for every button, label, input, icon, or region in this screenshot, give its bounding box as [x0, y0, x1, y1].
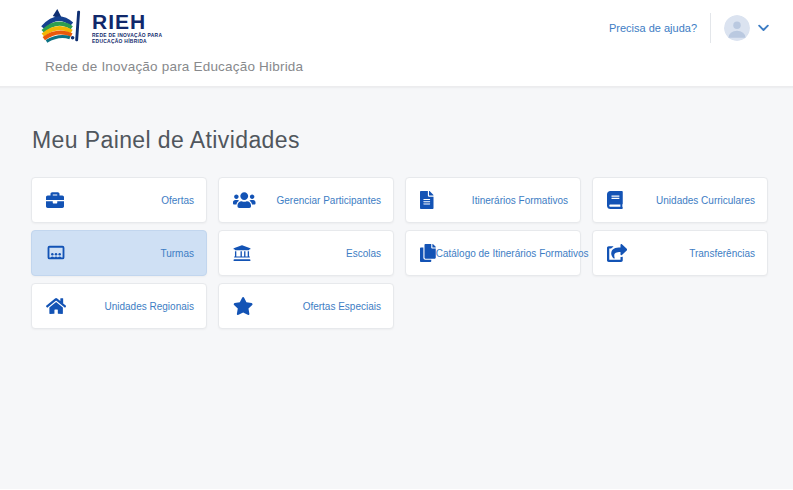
help-link[interactable]: Precisa de ajuda?: [609, 22, 697, 34]
card-label: Turmas: [160, 248, 194, 259]
topbar: RIEH REDE DE INOVAÇÃO PARA EDUCAÇÃO HÍBR…: [0, 0, 793, 56]
card-label: Unidades Curriculares: [656, 195, 755, 206]
card-gerenciar-participantes[interactable]: Gerenciar Participantes: [218, 177, 394, 223]
card-transferencias[interactable]: Transferências: [592, 230, 768, 276]
main-content: Meu Painel de Atividades OfertasGerencia…: [0, 86, 793, 489]
card-label: Itinerários Formativos: [472, 195, 568, 206]
cards-grid: OfertasGerenciar ParticipantesItinerário…: [31, 177, 768, 329]
card-label: Catálogo de Itinerários Formativos: [436, 248, 589, 259]
logo-tagline-1: REDE DE INOVAÇÃO PARA: [92, 34, 162, 39]
card-label: Escolas: [346, 248, 381, 259]
card-label: Ofertas Especiais: [303, 301, 381, 312]
card-label: Unidades Regionais: [104, 301, 194, 312]
page-title: Meu Painel de Atividades: [31, 87, 768, 177]
card-label: Transferências: [689, 248, 755, 259]
card-escolas[interactable]: Escolas: [218, 230, 394, 276]
logo-title: RIEH: [92, 11, 162, 32]
rieh-logo[interactable]: RIEH REDE DE INOVAÇÃO PARA EDUCAÇÃO HÍBR…: [32, 8, 162, 48]
avatar[interactable]: [724, 15, 750, 41]
card-ofertas-especiais[interactable]: Ofertas Especiais: [218, 283, 394, 329]
star-icon: [233, 297, 253, 315]
topbar-right: Precisa de ajuda?: [609, 13, 769, 43]
copy-icon: [420, 244, 436, 262]
card-unidades-regionais[interactable]: Unidades Regionais: [31, 283, 207, 329]
logo-tagline-2: EDUCAÇÃO HÍBRIDA: [92, 40, 162, 45]
file-lines-icon: [420, 191, 434, 209]
users-icon: [233, 191, 256, 209]
classroom-icon: [46, 243, 66, 263]
header-divider: [710, 13, 711, 43]
card-itinerarios-formativos[interactable]: Itinerários Formativos: [405, 177, 581, 223]
share-icon: [607, 244, 627, 262]
card-unidades-curriculares[interactable]: Unidades Curriculares: [592, 177, 768, 223]
book-icon: [607, 191, 623, 209]
card-ofertas[interactable]: Ofertas: [31, 177, 207, 223]
user-icon: [724, 15, 750, 41]
card-turmas[interactable]: Turmas: [31, 230, 207, 276]
card-label: Gerenciar Participantes: [277, 195, 382, 206]
briefcase-icon: [46, 191, 64, 209]
card-label: Ofertas: [161, 195, 194, 206]
card-catalogo-de-itinerarios-formativos[interactable]: Catálogo de Itinerários Formativos: [405, 230, 581, 276]
subheader: Rede de Inovação para Educação Hibrida: [0, 56, 793, 86]
logo-book-icon: [32, 8, 88, 48]
chevron-down-icon[interactable]: [758, 24, 769, 32]
home-icon: [46, 297, 66, 315]
app-subtitle: Rede de Inovação para Educação Hibrida: [45, 59, 303, 74]
bank-icon: [233, 244, 251, 262]
